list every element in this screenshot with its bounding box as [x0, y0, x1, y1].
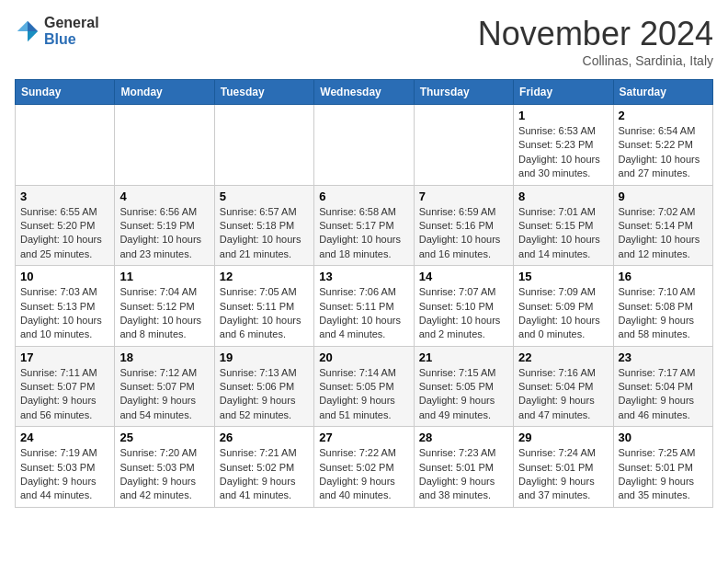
calendar-cell: 8Sunrise: 7:01 AMSunset: 5:15 PMDaylight…: [514, 185, 613, 266]
day-info-line: Sunset: 5:11 PM: [220, 300, 309, 314]
svg-marker-2: [17, 20, 28, 30]
day-info-line: Sunrise: 7:09 AM: [518, 285, 608, 299]
day-info-line: Daylight: 10 hours and 14 minutes.: [518, 233, 608, 261]
calendar-cell: 29Sunrise: 7:24 AMSunset: 5:01 PMDayligh…: [514, 427, 613, 508]
calendar-cell: 19Sunrise: 7:13 AMSunset: 5:06 PMDayligh…: [214, 346, 313, 427]
weekday-header-row: SundayMondayTuesdayWednesdayThursdayFrid…: [16, 80, 713, 105]
day-number: 3: [20, 190, 109, 203]
calendar-cell: 11Sunrise: 7:04 AMSunset: 5:12 PMDayligh…: [115, 266, 214, 347]
day-info-line: Sunset: 5:16 PM: [419, 219, 508, 233]
day-info-line: Sunrise: 7:05 AM: [220, 285, 309, 299]
day-info-line: Sunrise: 6:54 AM: [619, 124, 708, 138]
calendar-cell: 14Sunrise: 7:07 AMSunset: 5:10 PMDayligh…: [414, 266, 513, 347]
day-info-line: Daylight: 9 hours and 40 minutes.: [319, 475, 408, 503]
day-info-line: Sunrise: 7:03 AM: [20, 285, 109, 299]
calendar-body: 1Sunrise: 6:53 AMSunset: 5:23 PMDaylight…: [16, 105, 713, 508]
calendar-cell: [314, 105, 414, 186]
day-info-line: Daylight: 10 hours and 10 minutes.: [20, 314, 109, 342]
day-info-line: Daylight: 9 hours and 47 minutes.: [518, 394, 608, 422]
calendar-cell: 4Sunrise: 6:56 AMSunset: 5:19 PMDaylight…: [115, 185, 214, 266]
calendar-cell: 5Sunrise: 6:57 AMSunset: 5:18 PMDaylight…: [214, 185, 313, 266]
day-info-line: Sunset: 5:03 PM: [20, 461, 109, 475]
weekday-header-wednesday: Wednesday: [314, 80, 414, 105]
day-number: 12: [220, 270, 309, 283]
day-info-line: Sunset: 5:22 PM: [619, 138, 708, 152]
day-info-line: Daylight: 10 hours and 25 minutes.: [20, 233, 109, 261]
calendar-cell: 1Sunrise: 6:53 AMSunset: 5:23 PMDaylight…: [514, 105, 613, 186]
day-number: 24: [20, 431, 109, 444]
day-number: 16: [619, 270, 708, 283]
day-info-line: Sunrise: 7:16 AM: [518, 366, 608, 380]
location-subtitle: Collinas, Sardinia, Italy: [478, 53, 713, 68]
calendar-header: SundayMondayTuesdayWednesdayThursdayFrid…: [16, 80, 713, 105]
day-info-line: Sunset: 5:02 PM: [220, 461, 309, 475]
calendar-cell: 16Sunrise: 7:10 AMSunset: 5:08 PMDayligh…: [613, 266, 712, 347]
calendar-cell: 15Sunrise: 7:09 AMSunset: 5:09 PMDayligh…: [514, 266, 613, 347]
day-info-line: Daylight: 10 hours and 8 minutes.: [119, 314, 209, 342]
day-info-line: Sunset: 5:12 PM: [119, 300, 209, 314]
calendar-cell: 28Sunrise: 7:23 AMSunset: 5:01 PMDayligh…: [414, 427, 513, 508]
day-info-line: Sunrise: 7:01 AM: [518, 205, 608, 219]
calendar-cell: 22Sunrise: 7:16 AMSunset: 5:04 PMDayligh…: [514, 346, 613, 427]
day-number: 9: [619, 190, 708, 203]
svg-marker-0: [28, 20, 38, 30]
day-info-line: Daylight: 10 hours and 16 minutes.: [419, 233, 508, 261]
calendar-cell: 30Sunrise: 7:25 AMSunset: 5:01 PMDayligh…: [613, 427, 712, 508]
weekday-header-monday: Monday: [115, 80, 214, 105]
day-number: 8: [518, 190, 608, 203]
day-info-line: Sunset: 5:13 PM: [20, 300, 109, 314]
calendar-week-row: 17Sunrise: 7:11 AMSunset: 5:07 PMDayligh…: [16, 346, 713, 427]
day-info-line: Sunset: 5:20 PM: [20, 219, 109, 233]
day-info-line: Daylight: 10 hours and 2 minutes.: [419, 314, 508, 342]
page-header: General Blue November 2024 Collinas, Sar…: [15, 15, 713, 68]
day-info-line: Sunset: 5:10 PM: [419, 300, 508, 314]
day-info-line: Sunset: 5:04 PM: [619, 380, 708, 394]
day-info-line: Sunrise: 7:13 AM: [220, 366, 309, 380]
calendar-cell: 2Sunrise: 6:54 AMSunset: 5:22 PMDaylight…: [613, 105, 712, 186]
calendar-cell: 12Sunrise: 7:05 AMSunset: 5:11 PMDayligh…: [214, 266, 313, 347]
day-info-line: Daylight: 10 hours and 4 minutes.: [319, 314, 408, 342]
calendar-cell: 9Sunrise: 7:02 AMSunset: 5:14 PMDaylight…: [613, 185, 712, 266]
day-number: 4: [119, 190, 209, 203]
day-number: 13: [319, 270, 408, 283]
calendar-cell: 20Sunrise: 7:14 AMSunset: 5:05 PMDayligh…: [314, 346, 414, 427]
day-info-line: Sunrise: 6:53 AM: [518, 124, 608, 138]
day-info-line: Sunset: 5:07 PM: [20, 380, 109, 394]
day-number: 23: [619, 350, 708, 364]
day-info-line: Daylight: 9 hours and 51 minutes.: [319, 394, 408, 422]
calendar-cell: 18Sunrise: 7:12 AMSunset: 5:07 PMDayligh…: [115, 346, 214, 427]
logo: General Blue: [15, 15, 99, 47]
day-info-line: Sunrise: 7:02 AM: [619, 205, 708, 219]
day-info-line: Sunrise: 7:23 AM: [419, 446, 508, 460]
day-info-line: Sunrise: 7:04 AM: [119, 285, 209, 299]
day-number: 29: [518, 431, 608, 444]
logo-general: General: [44, 15, 99, 31]
day-info-line: Daylight: 9 hours and 52 minutes.: [220, 394, 309, 422]
day-number: 6: [319, 190, 408, 203]
day-info-line: Daylight: 9 hours and 37 minutes.: [518, 475, 608, 503]
day-info-line: Sunrise: 7:12 AM: [119, 366, 209, 380]
calendar-week-row: 1Sunrise: 6:53 AMSunset: 5:23 PMDaylight…: [16, 105, 713, 186]
day-number: 28: [419, 431, 508, 444]
day-info-line: Sunrise: 7:21 AM: [220, 446, 309, 460]
day-info-line: Sunset: 5:09 PM: [518, 300, 608, 314]
day-info-line: Daylight: 9 hours and 42 minutes.: [119, 475, 209, 503]
day-info-line: Daylight: 9 hours and 58 minutes.: [619, 314, 708, 342]
day-number: 22: [518, 350, 608, 364]
day-info-line: Sunrise: 7:15 AM: [419, 366, 508, 380]
day-number: 17: [20, 350, 109, 364]
calendar-cell: 13Sunrise: 7:06 AMSunset: 5:11 PMDayligh…: [314, 266, 414, 347]
calendar-cell: 23Sunrise: 7:17 AMSunset: 5:04 PMDayligh…: [613, 346, 712, 427]
day-number: 18: [119, 350, 209, 364]
logo-text: General Blue: [44, 15, 99, 47]
day-info-line: Sunrise: 7:22 AM: [319, 446, 408, 460]
day-info-line: Daylight: 10 hours and 27 minutes.: [619, 153, 708, 181]
day-info-line: Sunrise: 7:17 AM: [619, 366, 708, 380]
day-info-line: Sunset: 5:18 PM: [220, 219, 309, 233]
day-number: 15: [518, 270, 608, 283]
calendar-cell: 21Sunrise: 7:15 AMSunset: 5:05 PMDayligh…: [414, 346, 513, 427]
day-info-line: Sunset: 5:08 PM: [619, 300, 708, 314]
day-number: 11: [119, 270, 209, 283]
day-info-line: Daylight: 9 hours and 44 minutes.: [20, 475, 109, 503]
day-number: 19: [220, 350, 309, 364]
